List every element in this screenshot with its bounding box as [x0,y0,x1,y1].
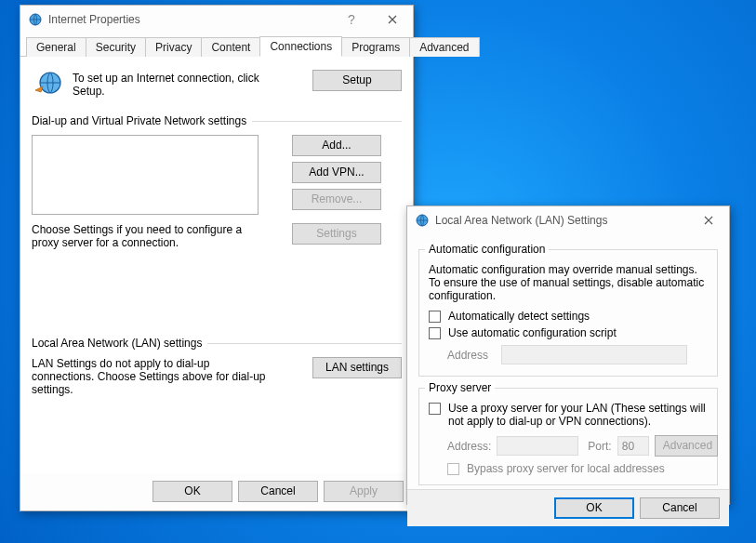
checkbox-icon [429,403,441,415]
connections-panel: To set up an Internet connection, click … [20,57,413,473]
proxy-group: Proxy server Use a proxy server for your… [418,388,718,485]
auto-detect-label: Automatically detect settings [448,310,590,323]
proxy-use-label: Use a proxy server for your LAN (These s… [448,402,708,428]
auto-config-group: Automatic configuration Automatic config… [418,249,718,377]
auto-script-checkbox[interactable]: Use automatic configuration script [429,326,708,339]
help-button[interactable]: ? [331,6,372,33]
internet-properties-dialog: Internet Properties ? General Security P… [20,5,414,511]
choose-settings-text: Choose Settings if you need to configure… [32,223,259,249]
remove-button[interactable]: Remove... [292,189,381,210]
ok-button[interactable]: OK [153,481,232,502]
tab-content[interactable]: Content [201,37,260,57]
dialog-title: Internet Properties [48,13,140,26]
dialog-footer: OK Cancel Apply [20,473,413,510]
auto-address-label: Address [447,349,494,362]
setup-text: To set up an Internet connection, click … [73,70,277,98]
auto-config-legend: Automatic configuration [425,243,549,256]
apply-button[interactable]: Apply [324,481,404,502]
tab-connections[interactable]: Connections [259,36,342,57]
dialup-group: Dial-up and Virtual Private Network sett… [32,114,402,324]
close-button[interactable] [688,206,729,234]
proxy-address-input[interactable] [497,436,578,456]
dialup-settings-button[interactable]: Settings [292,223,381,245]
checkbox-icon [429,311,441,323]
tab-general[interactable]: General [26,37,86,57]
titlebar[interactable]: Local Area Network (LAN) Settings [407,206,729,234]
globe-setup-icon [33,70,63,99]
proxy-port-input[interactable] [617,436,649,456]
proxy-legend: Proxy server [425,381,495,394]
dialup-listbox[interactable] [32,135,259,215]
lan-settings-dialog: Local Area Network (LAN) Settings Automa… [406,205,730,505]
proxy-advanced-button[interactable]: Advanced [655,435,718,457]
internet-options-icon [415,213,430,228]
auto-address-input[interactable] [501,345,687,364]
dialog-title: Local Area Network (LAN) Settings [435,214,607,227]
internet-options-icon [28,12,43,27]
setup-button[interactable]: Setup [312,70,402,91]
proxy-address-label: Address: [447,440,491,453]
proxy-bypass-label: Bypass proxy server for local addresses [467,462,665,475]
checkbox-icon [447,463,459,475]
proxy-port-label: Port: [588,440,611,453]
auto-config-desc: Automatic configuration may override man… [429,263,708,302]
auto-detect-checkbox[interactable]: Automatically detect settings [429,310,708,323]
dialog-footer: OK Cancel [407,489,729,526]
ok-button[interactable]: OK [554,497,634,519]
titlebar[interactable]: Internet Properties ? [20,6,413,33]
lan-settings-button[interactable]: LAN settings [312,357,402,378]
add-vpn-button[interactable]: Add VPN... [292,162,381,183]
tab-programs[interactable]: Programs [341,37,410,57]
proxy-use-checkbox[interactable]: Use a proxy server for your LAN (These s… [429,402,708,428]
lan-group: Local Area Network (LAN) settings LAN Se… [32,337,402,422]
lan-text: LAN Settings do not apply to dial-up con… [32,357,273,396]
tab-advanced[interactable]: Advanced [409,37,479,57]
cancel-button[interactable]: Cancel [238,481,318,502]
dialup-legend: Dial-up and Virtual Private Network sett… [32,114,252,127]
tab-privacy[interactable]: Privacy [145,37,202,57]
close-button[interactable] [372,6,413,33]
cancel-button[interactable]: Cancel [640,497,720,519]
lan-legend: Local Area Network (LAN) settings [32,337,207,350]
desktop: Internet Properties ? General Security P… [0,0,756,543]
tab-security[interactable]: Security [86,37,146,57]
add-button[interactable]: Add... [292,135,381,156]
tabstrip: General Security Privacy Content Connect… [20,35,413,57]
proxy-bypass-checkbox[interactable]: Bypass proxy server for local addresses [447,462,708,475]
checkbox-icon [429,327,441,339]
auto-script-label: Use automatic configuration script [448,326,617,339]
